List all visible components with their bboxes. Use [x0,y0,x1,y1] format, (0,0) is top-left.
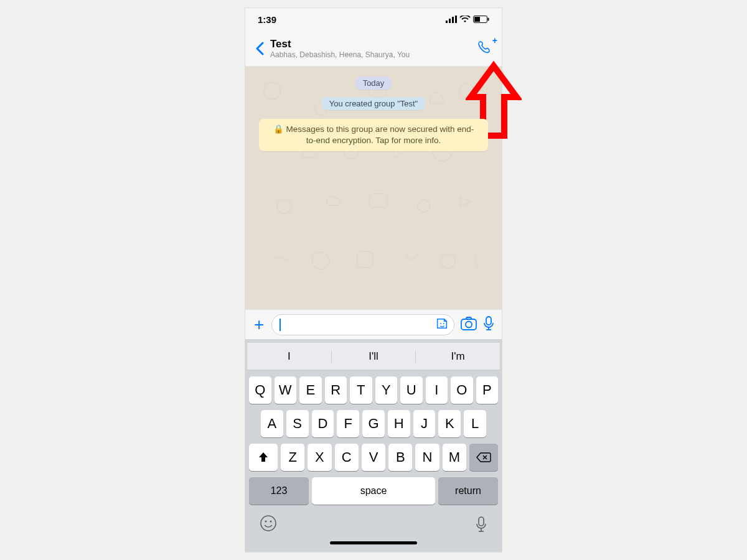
key-e[interactable]: E [299,376,322,404]
key-z[interactable]: Z [281,444,304,471]
key-t[interactable]: T [350,376,372,404]
svg-point-17 [312,252,329,269]
svg-point-31 [270,521,272,523]
key-c[interactable]: C [335,444,359,471]
call-button[interactable]: + [473,36,496,61]
attach-button[interactable]: + [253,316,265,334]
svg-rect-18 [357,251,373,267]
status-bar: 1:39 [245,8,502,30]
svg-point-20 [440,323,441,324]
emoji-icon[interactable] [260,515,277,536]
chat-title-block[interactable]: Test Aabhas, Debashish, Heena, Shaurya, … [270,38,473,59]
chat-participants: Aabhas, Debashish, Heena, Shaurya, You [270,50,473,59]
chat-header: Test Aabhas, Debashish, Heena, Shaurya, … [245,30,502,67]
svg-rect-3 [455,16,457,23]
svg-rect-1 [449,19,451,23]
key-row-1: Q W E R T Y U I O P [247,376,500,404]
key-n[interactable]: N [415,444,439,471]
key-f[interactable]: F [337,410,359,437]
svg-rect-32 [479,517,484,526]
svg-point-7 [264,82,281,99]
key-space[interactable]: space [312,477,435,505]
key-row-2: A S D F G H J K L [247,410,500,437]
keyboard-suggestions: I I'll I'm [247,343,500,370]
key-w[interactable]: W [275,376,297,404]
chat-title: Test [270,38,473,50]
key-k[interactable]: K [438,410,461,437]
key-u[interactable]: U [400,376,423,404]
suggestion-1[interactable]: I [247,350,331,363]
mic-icon[interactable] [483,316,494,334]
message-input[interactable] [271,314,454,335]
key-return[interactable]: return [438,477,498,505]
phone-frame: 1:39 Test Aabhas, Debashish, Heena, Shau… [245,7,502,553]
svg-rect-6 [488,17,489,21]
svg-point-16 [418,200,430,213]
key-l[interactable]: L [464,410,486,437]
svg-rect-24 [486,317,491,325]
key-m[interactable]: M [443,444,466,471]
message-input-bar: + [245,309,502,339]
key-row-4: 123 space return [247,477,500,505]
chat-area[interactable]: Today You created group "Test" 🔒 Message… [245,67,502,309]
wifi-icon [459,14,471,25]
svg-point-19 [441,253,455,268]
svg-rect-5 [474,17,480,22]
key-b[interactable]: B [388,444,412,471]
key-g[interactable]: G [362,410,385,437]
svg-point-29 [261,516,276,531]
key-shift[interactable] [249,444,278,471]
svg-rect-0 [446,21,448,23]
svg-point-10 [459,83,473,98]
cellular-icon [446,14,457,25]
status-indicators [446,14,489,25]
date-badge: Today [355,77,392,90]
key-j[interactable]: J [413,410,436,437]
sticker-icon[interactable] [435,317,449,333]
key-o[interactable]: O [451,376,473,404]
home-indicator[interactable] [330,541,417,544]
key-p[interactable]: P [476,376,499,404]
key-v[interactable]: V [362,444,385,471]
keyboard: I I'll I'm Q W E R T Y U I O P A S D F G… [245,339,502,552]
svg-point-14 [277,199,291,213]
encryption-notice[interactable]: 🔒 Messages to this group are now secured… [259,119,488,151]
svg-rect-2 [452,17,454,23]
key-y[interactable]: Y [375,376,398,404]
back-button[interactable] [251,38,268,59]
svg-point-23 [466,321,472,327]
key-numeric[interactable]: 123 [249,477,309,505]
suggestion-3[interactable]: I'm [415,350,500,363]
key-i[interactable]: I [426,376,448,404]
dictation-icon[interactable] [475,516,487,536]
battery-icon [473,14,489,25]
key-row-3: Z X C V B N M [247,444,500,471]
lock-icon: 🔒 [273,124,284,134]
svg-point-21 [443,323,444,324]
text-cursor [280,319,281,331]
key-backspace[interactable] [469,444,498,471]
keyboard-footer [247,505,500,539]
key-r[interactable]: R [325,376,347,404]
key-h[interactable]: H [388,410,410,437]
svg-rect-15 [369,194,387,207]
key-d[interactable]: D [312,410,334,437]
key-x[interactable]: X [308,444,331,471]
svg-point-30 [265,521,267,523]
system-message: You created group "Test" [322,97,425,110]
plus-icon: + [492,35,497,45]
key-a[interactable]: A [261,410,283,437]
encryption-text: Messages to this group are now secured w… [286,124,474,145]
svg-rect-22 [461,319,476,330]
key-s[interactable]: S [286,410,309,437]
camera-icon[interactable] [461,317,477,333]
suggestion-2[interactable]: I'll [331,350,416,363]
key-q[interactable]: Q [249,376,271,404]
status-time: 1:39 [258,14,276,25]
